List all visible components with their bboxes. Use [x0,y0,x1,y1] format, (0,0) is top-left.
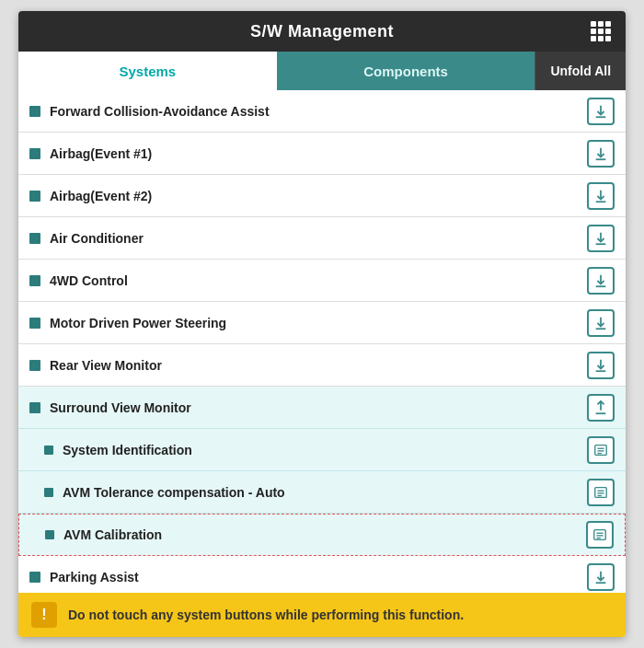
tab-bar: Systems Components Unfold All [18,52,626,90]
item-label: Airbag(Event #2) [50,189,587,203]
systems-list: Forward Collision-Avoidance Assist Airba… [18,90,626,593]
item-label: AVM Tolerance compensation - Auto [63,485,587,500]
item-action-button-avm-tol[interactable] [587,479,615,506]
device-wrapper: S/W Management Systems Components Unfold… [18,11,626,637]
warning-bar: ! Do not touch any system buttons while … [18,593,626,637]
unfold-all-button[interactable]: Unfold All [535,52,626,90]
item-bullet-icon [29,191,40,202]
item-bullet-icon [29,148,40,159]
item-label: Rear View Monitor [50,358,587,373]
list-item[interactable]: 4WD Control [18,260,626,302]
item-action-button-rvm[interactable] [587,352,615,379]
item-action-button-avm-cal[interactable] [586,521,614,549]
item-action-button-parking[interactable] [587,563,615,591]
item-label: Parking Assist [50,570,587,584]
item-bullet-icon [44,488,53,497]
item-action-button-sysid[interactable] [587,436,615,464]
item-action-button-ac[interactable] [587,225,615,252]
item-bullet-icon [29,275,40,286]
item-label: Airbag(Event #1) [50,146,587,161]
item-action-button-4wd[interactable] [587,267,615,295]
tab-systems[interactable]: Systems [18,52,277,90]
warning-icon: ! [31,602,57,628]
warning-text: Do not touch any system buttons while pe… [68,608,464,622]
item-label: Surround View Monitor [50,400,587,415]
item-label: Air Conditioner [50,231,587,246]
header: S/W Management [18,11,626,52]
item-action-button-mdps[interactable] [587,309,615,337]
list-item[interactable]: AVM Tolerance compensation - Auto [18,471,626,514]
item-bullet-icon [29,402,40,413]
item-bullet-icon [29,233,40,244]
list-item[interactable]: Parking Assist [18,556,626,593]
list-item[interactable]: System Identification [18,429,626,471]
item-bullet-icon [45,530,54,539]
item-label: System Identification [63,443,587,457]
item-bullet-icon [29,572,40,583]
list-item[interactable]: Airbag(Event #2) [18,175,626,217]
item-action-button-airbag1[interactable] [587,140,615,168]
item-label: 4WD Control [50,273,587,288]
item-bullet-icon [29,106,40,117]
list-item[interactable]: Airbag(Event #1) [18,133,626,175]
item-label: Motor Driven Power Steering [50,316,587,330]
item-action-button-airbag2[interactable] [587,182,615,210]
grid-icon[interactable] [591,21,611,41]
item-bullet-icon [29,360,40,371]
list-item[interactable]: Forward Collision-Avoidance Assist [18,90,626,133]
item-label: AVM Calibration [63,527,586,542]
list-item[interactable]: AVM Calibration [18,514,626,556]
item-bullet-icon [44,446,53,455]
list-item[interactable]: Surround View Monitor [18,387,626,429]
list-item[interactable]: Rear View Monitor [18,344,626,387]
item-bullet-icon [29,318,40,329]
list-item[interactable]: Air Conditioner [18,217,626,260]
item-action-button-fca[interactable] [587,98,615,125]
list-item[interactable]: Motor Driven Power Steering [18,302,626,344]
app-title: S/W Management [250,22,394,41]
tab-components[interactable]: Components [277,52,535,90]
item-action-button-svm[interactable] [587,394,615,422]
item-label: Forward Collision-Avoidance Assist [50,104,587,119]
